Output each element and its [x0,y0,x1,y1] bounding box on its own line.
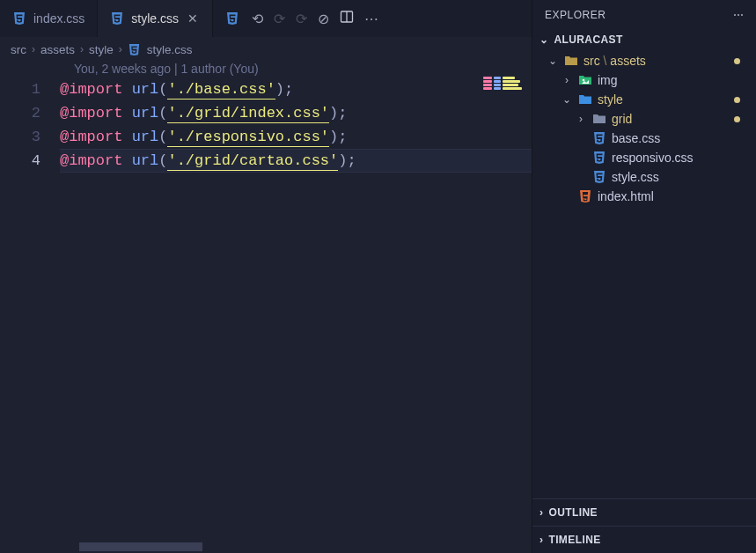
css-icon [12,11,26,26]
folder-open-icon [578,92,592,107]
more-icon[interactable]: ⋯ [364,11,378,27]
breadcrumb-crumb[interactable]: style [89,43,114,56]
tree-item-label: style [598,92,623,107]
folder-icon [592,112,606,126]
breadcrumb-crumb[interactable]: src [11,43,26,56]
html-icon [578,189,592,203]
tree-file[interactable]: base.css [532,129,756,148]
chevron-right-icon: › [539,506,543,519]
chevron-right-icon[interactable]: › [561,74,573,86]
css-icon [592,151,606,165]
line-gutter: 1 2 3 4 [0,77,60,173]
tab-partial[interactable] [213,0,245,37]
chevron-down-icon[interactable]: ⌄ [547,55,559,67]
tab-bar: index.css style.css ✕ ⟲ ⟳ ⟳ ⊘ ⋯ [0,0,532,37]
git-forward-icon: ⟳ [274,11,285,27]
code-line[interactable]: @import url('./responsivo.css'); [60,125,532,149]
tab-label: style.css [131,11,179,26]
css-icon [592,131,606,145]
css-icon [128,42,142,56]
line-number[interactable]: 3 [0,125,40,149]
tree-item-label: src \ assets [584,54,646,68]
tree-folder[interactable]: ⌄src \ assets [532,51,756,70]
explorer-root-label: ALURACAST [554,33,622,46]
explorer-header: EXPLORER ⋯ [532,0,756,30]
breadcrumb: src › assets › style › style.css [0,37,532,62]
tree-file[interactable]: index.html [532,187,756,206]
outline-label: OUTLINE [548,506,597,519]
tree-item-label: img [598,73,618,87]
explorer-panel: EXPLORER ⋯ ⌄ ALURACAST ⌄src \ assets›img… [532,0,756,553]
scrollbar-thumb[interactable] [79,542,202,551]
explorer-footer: › OUTLINE › TIMELINE [532,498,756,553]
more-icon[interactable]: ⋯ [733,9,745,21]
chevron-right-icon[interactable]: › [575,113,587,125]
tree-folder[interactable]: ›img [532,70,756,90]
explorer-title: EXPLORER [545,9,606,21]
git-redo-icon: ⟳ [296,11,307,27]
horizontal-scrollbar[interactable] [0,542,532,553]
tab-index-css[interactable]: index.css [0,0,98,37]
css-icon [110,11,124,26]
chevron-right-icon: › [32,43,35,55]
tree-folder[interactable]: ›grid [532,109,756,129]
chevron-right-icon: › [539,534,543,546]
chevron-down-icon[interactable]: ⌄ [561,93,573,106]
code-line[interactable]: @import url('./grid/cartao.css'); [60,149,532,173]
outline-section[interactable]: › OUTLINE [532,498,756,526]
tree-file[interactable]: responsivo.css [532,148,756,167]
breadcrumb-file[interactable]: style.css [147,43,193,56]
modified-dot-icon [734,58,740,64]
tree-file[interactable]: style.css [532,167,756,187]
line-number[interactable]: 1 [0,77,40,101]
tree-folder[interactable]: ⌄style [532,90,756,109]
minimap[interactable] [479,76,532,217]
code-line[interactable]: @import url('./grid/index.css'); [60,101,532,125]
css-icon [592,170,606,184]
code-lines[interactable]: @import url('./base.css');@import url('.… [60,77,532,173]
folder-open-icon [564,54,578,68]
tree-item-label: style.css [612,170,659,184]
tab-label: index.css [33,11,84,26]
chevron-right-icon: › [119,43,122,55]
line-number[interactable]: 4 [0,149,40,173]
modified-dot-icon [734,97,740,103]
tree-item-label: index.html [598,189,654,203]
svg-point-2 [583,79,585,82]
line-number[interactable]: 2 [0,101,40,125]
timeline-label: TIMELINE [548,534,600,546]
tree-item-label: grid [612,112,632,126]
git-back-icon[interactable]: ⟲ [252,11,263,27]
css-icon [225,11,239,26]
tree-item-label: base.css [612,131,660,145]
chevron-right-icon: › [80,43,84,55]
explorer-root[interactable]: ⌄ ALURACAST [532,30,756,49]
tab-style-css[interactable]: style.css ✕ [98,0,213,37]
editor-pane: index.css style.css ✕ ⟲ ⟳ ⟳ ⊘ ⋯ src › [0,0,532,553]
chevron-down-icon: ⌄ [539,33,548,46]
file-tree: ⌄src \ assets›img⌄style›gridbase.cssresp… [532,49,756,498]
folder-img-icon [578,73,592,87]
breadcrumb-crumb[interactable]: assets [40,43,75,56]
editor-actions: ⟲ ⟳ ⟳ ⊘ ⋯ [252,0,387,37]
close-icon[interactable]: ✕ [186,11,200,26]
timeline-section[interactable]: › TIMELINE [532,526,756,553]
code-editor[interactable]: 1 2 3 4 @import url('./base.css');@impor… [0,76,532,173]
git-blame-annotation: You, 2 weeks ago | 1 author (You) [0,62,532,76]
no-symbol-icon[interactable]: ⊘ [318,11,329,27]
code-line[interactable]: @import url('./base.css'); [60,77,532,101]
modified-dot-icon [734,116,740,122]
split-editor-icon[interactable] [340,10,354,27]
tree-item-label: responsivo.css [612,151,694,165]
